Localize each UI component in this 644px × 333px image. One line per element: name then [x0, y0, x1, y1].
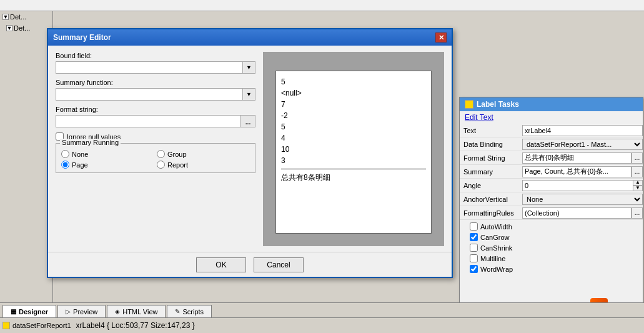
preview-summary: 总共有8条明细	[281, 169, 426, 183]
scripts-tab-icon: ✎	[175, 308, 180, 315]
label-tasks-title: Label Tasks	[477, 100, 519, 109]
formatstring-input[interactable]	[522, 152, 632, 164]
summary-dots-button[interactable]: ...	[632, 166, 643, 177]
datasource-icon	[2, 322, 10, 329]
radio-page: Page	[61, 161, 154, 169]
radio-report-input[interactable]	[157, 161, 165, 169]
bound-field-dropdown[interactable]: ▼	[243, 61, 255, 74]
angle-down-button[interactable]: ▼	[633, 186, 643, 191]
format-string-row: 总共有{0}条明细 ...	[56, 115, 255, 127]
dialog-close-button[interactable]: ✕	[435, 32, 447, 42]
preview-line-4: -2	[281, 110, 426, 121]
property-angle-label: Angle	[460, 181, 522, 191]
left-panel-item-1: ▼ Det...	[0, 11, 52, 22]
bound-field-group: Bound field: MasterTable.MasterTable_Cli…	[56, 52, 255, 74]
text-property-input[interactable]	[522, 125, 643, 136]
scripts-tab-label: Scripts	[182, 308, 204, 316]
datasource-label: dataSetForReport1	[12, 322, 71, 329]
summary-function-label: Summary function:	[56, 79, 255, 86]
property-formattingrules-label: FormattingRules	[460, 208, 522, 218]
edit-text-link[interactable]: Edit Text	[460, 111, 643, 124]
preview-tab-label: Preview	[73, 308, 97, 316]
dialog-title: Summary Editor	[53, 33, 111, 42]
tab-scripts[interactable]: ✎ Scripts	[167, 305, 212, 317]
designer-tab-label: Designer	[19, 308, 48, 316]
checkbox-autowidth: AutoWidth	[465, 221, 638, 232]
summary-running-options: None Group Page Report	[61, 150, 250, 169]
label-tasks-icon	[465, 100, 473, 109]
radio-page-input[interactable]	[61, 161, 69, 169]
dialog-titlebar: Summary Editor ✕	[48, 29, 452, 46]
ok-button[interactable]: OK	[196, 257, 246, 272]
preview-line-5: 5	[281, 121, 426, 132]
properties-list: Text Data Binding dataSetForReport1 - Ma…	[460, 124, 643, 220]
dialog-form: Bound field: MasterTable.MasterTable_Cli…	[56, 52, 255, 246]
format-string-input[interactable]: 总共有{0}条明细	[56, 115, 240, 127]
cangrow-checkbox[interactable]	[470, 233, 478, 241]
left-panel: ▼ Det... ▼ Det...	[0, 11, 53, 308]
preview-tab-icon: ▷	[66, 308, 71, 315]
property-anchorvertical: AnchorVertical None	[460, 192, 643, 206]
multiline-label: Multiline	[480, 255, 505, 262]
property-summary-value: ...	[522, 166, 643, 177]
radio-none: None	[61, 150, 154, 158]
property-angle: Angle ▲ ▼	[460, 179, 643, 192]
left-panel-label-1: Det...	[10, 13, 26, 21]
anchorvertical-select[interactable]: None	[522, 194, 643, 205]
formatstring-dots-button[interactable]: ...	[632, 152, 643, 164]
property-formatstring-value: ...	[522, 152, 643, 164]
property-anchorvertical-label: AnchorVertical	[460, 194, 522, 204]
angle-input[interactable]	[522, 180, 633, 191]
radio-none-input[interactable]	[61, 150, 69, 158]
formattingrules-input[interactable]	[522, 207, 632, 219]
expand-icon-2[interactable]: ▼	[6, 25, 12, 31]
checkbox-canshrink: CanShrink	[465, 242, 638, 253]
radio-group-input[interactable]	[157, 150, 165, 158]
radio-none-label: None	[72, 151, 88, 158]
left-panel-label-2: Det...	[14, 24, 30, 32]
summary-function-input[interactable]: Count	[56, 88, 243, 101]
wordwrap-label: WordWrap	[480, 266, 513, 273]
property-formattingrules-value: ...	[522, 207, 643, 219]
checkbox-wordwrap: WordWrap	[465, 264, 638, 274]
databinding-select[interactable]: dataSetForReport1 - Mast...	[522, 139, 643, 150]
property-text-value	[522, 125, 643, 136]
property-anchorvertical-value: None	[522, 194, 643, 205]
preview-line-8: 3	[281, 155, 426, 166]
preview-line-7: 10	[281, 144, 426, 155]
tab-designer[interactable]: ▦ Designer	[2, 305, 56, 317]
property-databinding-value: dataSetForReport1 - Mast...	[522, 139, 643, 150]
canshrink-checkbox[interactable]	[470, 244, 478, 252]
radio-page-label: Page	[72, 161, 88, 169]
formattingrules-dots-button[interactable]: ...	[632, 207, 643, 219]
radio-report: Report	[157, 161, 250, 169]
cancel-button[interactable]: Cancel	[254, 257, 304, 272]
property-formatstring-label: Format String	[460, 153, 522, 163]
bound-field-label: Bound field:	[56, 52, 255, 59]
expand-icon-1[interactable]: ▼	[2, 14, 9, 20]
tab-bar: ▦ Designer ▷ Preview ◈ HTML View ✎ Scrip…	[0, 302, 644, 317]
ruler-top	[0, 0, 644, 11]
status-bar: dataSetForReport1 xrLabel4 { Loc:503,77 …	[0, 317, 644, 333]
format-string-label: Format string:	[56, 106, 255, 113]
datasource-item: dataSetForReport1	[2, 322, 71, 329]
property-text-label: Text	[460, 126, 522, 136]
tab-preview[interactable]: ▷ Preview	[57, 305, 106, 317]
bound-field-input[interactable]: MasterTable.MasterTable_ClidrenTable.ID	[56, 61, 243, 74]
summary-running-group: Summary Running None Group Page	[56, 143, 255, 173]
summary-function-dropdown[interactable]: ▼	[243, 88, 255, 101]
format-string-group: Format string: 总共有{0}条明细 ...	[56, 106, 255, 127]
summary-input[interactable]	[522, 166, 632, 177]
checkbox-multiline: Multiline	[465, 253, 638, 264]
html-tab-label: HTML View	[122, 308, 157, 316]
property-summary: Summary ...	[460, 165, 643, 179]
multiline-checkbox[interactable]	[470, 254, 478, 262]
tab-html-view[interactable]: ◈ HTML View	[107, 305, 166, 317]
preview-data: 5 <null> 7 -2 5 4 10 3 总共有8条明细	[276, 71, 431, 188]
autowidth-checkbox[interactable]	[470, 222, 478, 231]
canshrink-label: CanShrink	[480, 244, 512, 252]
left-panel-item-2: ▼ Det...	[0, 22, 52, 34]
preview-line-2: <null>	[281, 87, 426, 99]
wordwrap-checkbox[interactable]	[470, 265, 478, 273]
format-string-dots-button[interactable]: ...	[240, 115, 255, 127]
